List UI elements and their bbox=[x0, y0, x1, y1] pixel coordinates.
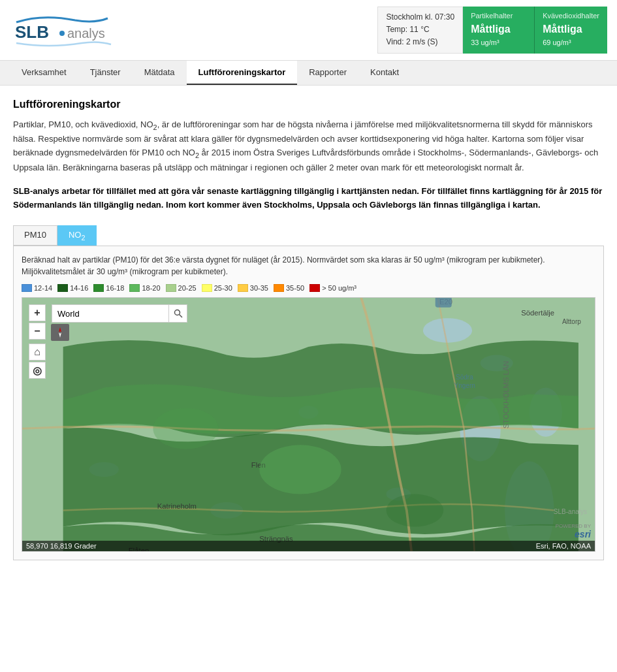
legend-item-2: 14-16 bbox=[57, 284, 88, 292]
main-nav: Verksamhet Tjänster Mätdata Luftföroreni… bbox=[0, 61, 617, 86]
home-button[interactable]: ⌂ bbox=[29, 344, 46, 360]
legend-item-7: 30-35 bbox=[238, 284, 268, 292]
nav-luftfororeningskartor[interactable]: Luftföroreningskartor bbox=[187, 61, 298, 85]
legend-item-5: 20-25 bbox=[166, 284, 197, 292]
svg-text:Södertälje: Södertälje bbox=[521, 310, 554, 317]
weather-wind: Vind: 2 m/s (S) bbox=[386, 36, 454, 48]
logo-svg: SLB analys bbox=[10, 10, 114, 50]
location-button[interactable]: ◎ bbox=[29, 362, 46, 379]
svg-point-34 bbox=[174, 310, 180, 315]
legend-label-8: 35-50 bbox=[286, 284, 304, 292]
svg-point-5 bbox=[423, 318, 472, 343]
map-statusbar: 58,970 16,819 Grader Esri, FAO, NOAA bbox=[22, 541, 595, 551]
map-search-button[interactable] bbox=[169, 304, 187, 323]
esri-brand: esri bbox=[556, 529, 591, 539]
no2-status-label: Kvävedioxidhalter bbox=[543, 10, 599, 22]
svg-text:Alttorp: Alttorp bbox=[562, 318, 581, 325]
legend-label-6: 25-30 bbox=[214, 284, 232, 292]
nav-rapporter[interactable]: Rapporter bbox=[297, 61, 358, 85]
weather-city: Stockholm kl. 07:30 bbox=[386, 11, 454, 24]
tab-pm10[interactable]: PM10 bbox=[13, 225, 57, 246]
legend-item-4: 18-20 bbox=[129, 284, 160, 292]
no2-status-box: Kvävedioxidhalter Måttliga 69 ug/m³ bbox=[535, 7, 607, 54]
legend-label-4: 18-20 bbox=[142, 284, 160, 292]
logo: SLB analys bbox=[10, 10, 114, 50]
nav-tjanster[interactable]: Tjänster bbox=[78, 61, 133, 85]
page-header: SLB analys Stockholm kl. 07:30 Temp: 11 … bbox=[0, 0, 617, 61]
svg-text:analys: analys bbox=[67, 26, 105, 40]
pm-status-unit: 33 ug/m³ bbox=[471, 37, 526, 48]
legend-item-3: 16-18 bbox=[93, 284, 124, 292]
svg-marker-32 bbox=[59, 327, 61, 332]
legend-label-9: > 50 ug/m³ bbox=[322, 284, 356, 292]
zoom-in-button[interactable]: + bbox=[29, 304, 46, 321]
powered-by-label: POWERED BY bbox=[556, 523, 591, 529]
svg-text:SLB: SLB bbox=[15, 22, 49, 42]
legend-color-3 bbox=[93, 284, 104, 292]
nav-verksamhet[interactable]: Verksamhet bbox=[10, 61, 78, 85]
map-legend: 12-14 14-16 16-18 18-20 20-25 25-30 bbox=[22, 284, 595, 292]
svg-text:Södra: Södra bbox=[456, 374, 473, 381]
svg-text:STOCKHOLMS LÄN: STOCKHOLMS LÄN bbox=[502, 361, 510, 429]
map-attribution: Esri, FAO, NOAA bbox=[536, 542, 591, 550]
legend-label-3: 16-18 bbox=[106, 284, 124, 292]
slb-watermark: SLB-analys bbox=[554, 508, 587, 515]
intro-text: Partiklar, PM10, och kvävedioxid, NO2, ä… bbox=[13, 118, 604, 175]
legend-color-4 bbox=[129, 284, 140, 292]
svg-point-27 bbox=[153, 408, 218, 449]
tab-bar: PM10 NO2 bbox=[13, 225, 604, 246]
nav-kontakt[interactable]: Kontakt bbox=[358, 61, 411, 85]
compass-icon bbox=[54, 326, 67, 339]
map-section: Beräknad halt av partiklar (PM10) för de… bbox=[13, 246, 604, 560]
svg-point-1 bbox=[59, 31, 65, 36]
legend-color-9 bbox=[309, 284, 320, 292]
legend-item-1: 12-14 bbox=[22, 284, 52, 292]
zoom-out-button[interactable]: − bbox=[29, 323, 46, 340]
legend-color-2 bbox=[57, 284, 68, 292]
map-background: STOCKHOLMS LÄN Södertälje Katrineholm Fl… bbox=[22, 298, 595, 551]
map-search-input[interactable] bbox=[52, 304, 169, 323]
legend-color-7 bbox=[238, 284, 248, 292]
svg-marker-33 bbox=[59, 332, 61, 338]
esri-logo: POWERED BY esri bbox=[556, 523, 591, 539]
legend-item-9: > 50 ug/m³ bbox=[309, 284, 356, 292]
legend-color-5 bbox=[166, 284, 176, 292]
header-status: Stockholm kl. 07:30 Temp: 11 °C Vind: 2 … bbox=[377, 7, 607, 54]
weather-info: Stockholm kl. 07:30 Temp: 11 °C Vind: 2 … bbox=[377, 7, 463, 54]
pm-status-label: Partikelhalter bbox=[471, 10, 526, 22]
legend-item-6: 25-30 bbox=[202, 284, 232, 292]
legend-label-5: 20-25 bbox=[178, 284, 197, 292]
legend-item-8: 35-50 bbox=[274, 284, 304, 292]
svg-point-28 bbox=[387, 494, 444, 527]
weather-temp: Temp: 11 °C bbox=[386, 24, 454, 36]
svg-rect-22 bbox=[435, 298, 452, 308]
map-description: Beräknad halt av partiklar (PM10) för de… bbox=[22, 254, 595, 278]
page-title: Luftföroreningskartor bbox=[13, 99, 604, 110]
svg-text:Yngern: Yngern bbox=[454, 382, 475, 389]
main-content: Luftföroreningskartor Partiklar, PM10, o… bbox=[0, 86, 617, 574]
svg-line-35 bbox=[179, 315, 182, 318]
map-search-bar bbox=[52, 304, 187, 323]
map-coordinates: 58,970 16,819 Grader bbox=[26, 542, 97, 550]
pm-status-value: Måttliga bbox=[471, 22, 526, 37]
legend-label-2: 14-16 bbox=[70, 284, 88, 292]
tab-no2[interactable]: NO2 bbox=[57, 225, 97, 246]
legend-color-1 bbox=[22, 284, 32, 292]
search-icon bbox=[174, 309, 183, 318]
no2-status-unit: 69 ug/m³ bbox=[543, 37, 599, 48]
pm-status-box: Partikelhalter Måttliga 33 ug/m³ bbox=[463, 7, 535, 54]
map-container[interactable]: STOCKHOLMS LÄN Södertälje Katrineholm Fl… bbox=[22, 297, 595, 552]
nav-matdata[interactable]: Mätdata bbox=[133, 61, 187, 85]
no2-status-value: Måttliga bbox=[543, 22, 599, 37]
bold-notice: SLB-analys arbetar för tillfället med at… bbox=[13, 185, 604, 212]
map-controls: + − ⌂ ◎ bbox=[29, 304, 46, 379]
legend-label-7: 30-35 bbox=[250, 284, 268, 292]
legend-label-1: 12-14 bbox=[34, 284, 52, 292]
legend-color-8 bbox=[274, 284, 284, 292]
legend-color-6 bbox=[202, 284, 212, 292]
svg-text:Katrineholm: Katrineholm bbox=[157, 502, 197, 510]
svg-point-26 bbox=[259, 445, 341, 494]
compass-button[interactable] bbox=[51, 324, 69, 341]
